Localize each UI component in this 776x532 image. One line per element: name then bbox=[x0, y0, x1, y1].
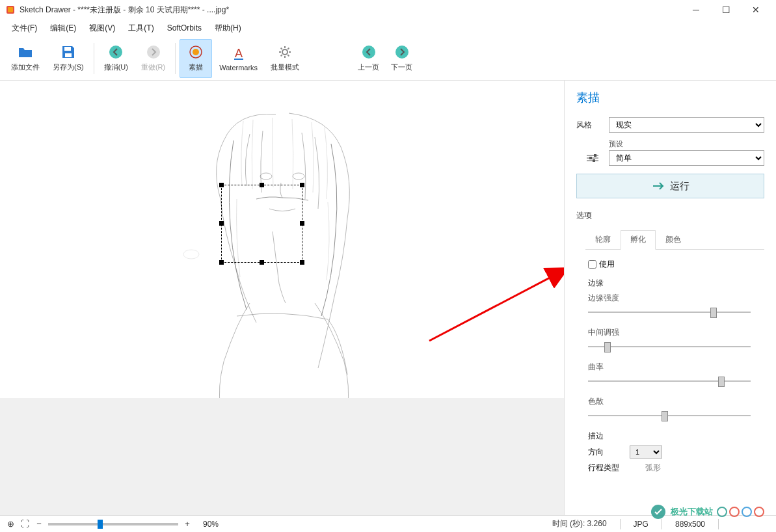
canvas-area[interactable] bbox=[0, 81, 565, 515]
sketch-button[interactable]: 素描 bbox=[180, 39, 212, 78]
svg-point-22 bbox=[293, 173, 304, 180]
batch-button[interactable]: 批量模式 bbox=[265, 39, 305, 78]
minimize-button[interactable]: ─ bbox=[681, 0, 711, 20]
svg-point-23 bbox=[183, 250, 199, 259]
tab-contour[interactable]: 轮廓 bbox=[585, 230, 621, 249]
panel-title: 素描 bbox=[576, 90, 764, 105]
status-separator bbox=[620, 519, 621, 529]
dispersion-slider[interactable] bbox=[588, 410, 751, 421]
main-area: 素描 风格 现实 预设 简单 运行 选项 轮廓 孵化 颜色 使用 边缘 边缘强度… bbox=[0, 81, 776, 515]
zoom-slider[interactable] bbox=[48, 523, 178, 525]
svg-point-7 bbox=[193, 49, 199, 55]
resize-handle[interactable] bbox=[219, 183, 224, 187]
style-select[interactable]: 现实 bbox=[609, 117, 764, 133]
fit-icon[interactable]: ⛶ bbox=[20, 519, 30, 529]
curvature-slider[interactable] bbox=[588, 375, 751, 387]
edge-strength-label: 边缘强度 bbox=[588, 293, 764, 304]
side-panel: 素描 风格 现实 预设 简单 运行 选项 轮廓 孵化 颜色 使用 边缘 边缘强度… bbox=[565, 81, 776, 515]
svg-rect-29 bbox=[589, 157, 592, 159]
zoom-out-icon[interactable]: − bbox=[34, 519, 44, 529]
direction-select[interactable]: 1 bbox=[630, 446, 662, 459]
svg-point-10 bbox=[282, 49, 288, 55]
preset-label: 预设 bbox=[609, 139, 764, 149]
social-icon bbox=[742, 507, 752, 517]
prev-label: 上一页 bbox=[358, 62, 379, 72]
redo-button[interactable]: 重做(R) bbox=[135, 39, 171, 78]
save-icon bbox=[60, 44, 76, 60]
midtone-slider[interactable] bbox=[588, 341, 751, 352]
menu-softorbits[interactable]: SoftOrbits bbox=[161, 21, 208, 34]
save-as-label: 另存为(S) bbox=[53, 62, 84, 72]
settings-icon[interactable] bbox=[576, 152, 609, 164]
time-value: 3.260 bbox=[587, 519, 607, 528]
svg-point-5 bbox=[147, 46, 160, 59]
arc-label: 弧形 bbox=[645, 462, 661, 473]
watermarks-label: Watermarks bbox=[219, 64, 258, 72]
sketch-label: 素描 bbox=[189, 62, 203, 72]
zoom-reset-icon[interactable]: ⊕ bbox=[5, 519, 16, 529]
menu-edit[interactable]: 编辑(E) bbox=[44, 21, 83, 36]
menubar: 文件(F) 编辑(E) 视图(V) 工具(T) SoftOrbits 帮助(H) bbox=[0, 20, 776, 36]
dispersion-label: 色散 bbox=[588, 396, 764, 407]
menu-help[interactable]: 帮助(H) bbox=[208, 21, 248, 36]
format-value: JPG bbox=[634, 520, 649, 529]
canvas-background-strip bbox=[0, 398, 564, 515]
svg-line-18 bbox=[288, 48, 289, 49]
resize-handle[interactable] bbox=[219, 260, 224, 265]
app-icon bbox=[5, 5, 16, 15]
svg-rect-3 bbox=[65, 53, 72, 57]
run-button[interactable]: 运行 bbox=[576, 174, 764, 198]
undo-label: 撤消(U) bbox=[104, 62, 128, 72]
use-checkbox[interactable] bbox=[588, 260, 596, 269]
resize-handle[interactable] bbox=[260, 260, 264, 265]
resize-handle[interactable] bbox=[219, 221, 224, 226]
style-label: 风格 bbox=[576, 120, 609, 131]
zoom-value: 90% bbox=[203, 520, 219, 529]
resize-handle[interactable] bbox=[260, 183, 264, 187]
batch-label: 批量模式 bbox=[271, 62, 299, 72]
tab-hatch[interactable]: 孵化 bbox=[621, 230, 656, 250]
menu-file[interactable]: 文件(F) bbox=[5, 21, 44, 36]
selection-rect[interactable] bbox=[221, 185, 302, 263]
add-file-button[interactable]: 添加文件 bbox=[5, 39, 46, 78]
midtone-label: 中间调强 bbox=[588, 327, 764, 338]
svg-rect-28 bbox=[594, 154, 596, 157]
resize-handle[interactable] bbox=[300, 260, 304, 265]
edge-strength-slider[interactable] bbox=[588, 306, 751, 318]
option-tabs: 轮廓 孵化 颜色 bbox=[585, 230, 764, 250]
resize-handle[interactable] bbox=[300, 183, 304, 187]
next-button[interactable]: 下一页 bbox=[385, 39, 418, 78]
menu-view[interactable]: 视图(V) bbox=[83, 21, 122, 36]
window-title: Sketch Drawer - ****未注册版 - 剩余 10 天试用期***… bbox=[20, 5, 681, 16]
zoom-in-icon[interactable]: + bbox=[182, 519, 193, 529]
tab-color[interactable]: 颜色 bbox=[656, 230, 691, 249]
svg-line-16 bbox=[288, 55, 289, 56]
save-as-button[interactable]: 另存为(S) bbox=[47, 39, 90, 78]
watermark-logo-icon bbox=[650, 503, 667, 520]
maximize-button[interactable]: ☐ bbox=[711, 0, 741, 20]
menu-tools[interactable]: 工具(T) bbox=[122, 21, 160, 36]
add-file-label: 添加文件 bbox=[11, 62, 40, 72]
svg-line-17 bbox=[281, 55, 282, 56]
toolbar-separator bbox=[175, 43, 176, 74]
undo-icon bbox=[108, 44, 124, 60]
svg-point-19 bbox=[362, 46, 375, 59]
use-label: 使用 bbox=[599, 259, 615, 270]
preset-select[interactable]: 简单 bbox=[609, 150, 764, 166]
prev-icon bbox=[361, 44, 377, 60]
social-icon bbox=[754, 507, 764, 517]
titlebar: Sketch Drawer - ****未注册版 - 剩余 10 天试用期***… bbox=[0, 0, 776, 20]
time-label: 时间 (秒): bbox=[552, 519, 585, 528]
svg-line-15 bbox=[281, 48, 282, 49]
svg-text:A: A bbox=[235, 47, 243, 60]
prev-button[interactable]: 上一页 bbox=[352, 39, 385, 78]
undo-button[interactable]: 撤消(U) bbox=[98, 39, 134, 78]
svg-rect-1 bbox=[8, 7, 13, 12]
social-icon bbox=[729, 507, 740, 517]
watermarks-button[interactable]: A Watermarks bbox=[213, 39, 263, 78]
svg-point-21 bbox=[260, 173, 272, 180]
toolbar-separator bbox=[94, 43, 94, 74]
close-button[interactable]: ✕ bbox=[741, 0, 771, 20]
dimensions-value: 889x500 bbox=[675, 520, 705, 529]
resize-handle[interactable] bbox=[300, 221, 304, 226]
